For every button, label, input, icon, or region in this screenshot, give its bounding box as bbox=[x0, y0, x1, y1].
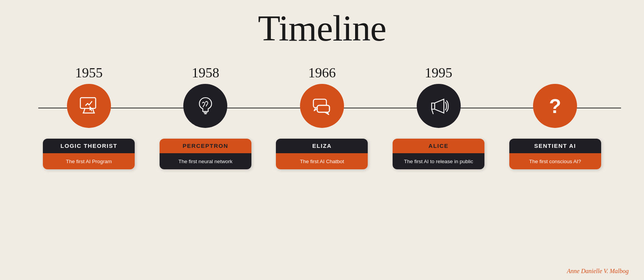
card-body-perceptron: The first neural network bbox=[160, 153, 251, 169]
card-desc-logic-theorist: The first AI Program bbox=[66, 159, 112, 164]
icon-perceptron bbox=[183, 84, 227, 128]
timeline-item-logic-theorist: 1955 LOGIC THEORIST The fi bbox=[39, 65, 139, 169]
icon-alice bbox=[417, 84, 461, 128]
card-perceptron: PERCEPTRON The first neural network bbox=[160, 139, 251, 169]
svg-line-1 bbox=[83, 108, 85, 113]
card-desc-eliza: The first AI Chatbot bbox=[300, 159, 344, 164]
card-desc-sentient-ai: The first conscious AI? bbox=[529, 159, 581, 164]
page-title: Timeline bbox=[0, 0, 644, 49]
computer-icon bbox=[77, 95, 100, 118]
card-logic-theorist: LOGIC THEORIST The first AI Program bbox=[43, 139, 135, 169]
svg-rect-10 bbox=[317, 105, 329, 112]
year-1995: 1995 bbox=[425, 65, 452, 81]
card-title-eliza: ELIZA bbox=[312, 142, 332, 149]
card-sentient-ai: SENTIENT AI The first conscious AI? bbox=[509, 139, 601, 169]
year-1955: 1955 bbox=[75, 65, 103, 81]
card-alice: ALICE The first AI to release in public bbox=[393, 139, 484, 169]
card-eliza: ELIZA The first AI Chatbot bbox=[276, 139, 368, 169]
card-header-eliza: ELIZA bbox=[276, 139, 368, 153]
icon-logic-theorist bbox=[67, 84, 111, 128]
icon-eliza bbox=[300, 84, 344, 128]
timeline-container: 1955 LOGIC THEORIST The fi bbox=[0, 65, 644, 226]
card-title-perceptron: PERCEPTRON bbox=[183, 142, 228, 149]
timeline-item-alice: 1995 ALICE The first AI to release in bbox=[389, 65, 488, 169]
timeline-item-eliza: 1966 ELIZA The first AI Chatbot bbox=[272, 65, 372, 169]
timeline-items: 1955 LOGIC THEORIST The fi bbox=[0, 65, 644, 169]
card-body-sentient-ai: The first conscious AI? bbox=[509, 153, 601, 169]
question-mark-icon: ? bbox=[549, 96, 561, 116]
card-desc-perceptron: The first neural network bbox=[178, 159, 232, 164]
timeline-item-sentient-ai: ???? ? SENTIENT AI The first conscious A… bbox=[505, 65, 605, 169]
svg-rect-0 bbox=[80, 98, 96, 108]
timeline-item-perceptron: 1958 PERCEPTRON The first bbox=[156, 65, 255, 169]
card-header-alice: ALICE bbox=[393, 139, 484, 153]
chat-icon bbox=[310, 95, 333, 118]
card-header-sentient-ai: SENTIENT AI bbox=[509, 139, 601, 153]
card-title-alice: ALICE bbox=[429, 142, 449, 149]
card-title-sentient-ai: SENTIENT AI bbox=[534, 142, 576, 149]
megaphone-icon bbox=[427, 95, 450, 118]
card-title-logic-theorist: LOGIC THEORIST bbox=[60, 142, 117, 149]
year-1958: 1958 bbox=[192, 65, 219, 81]
icon-sentient-ai: ? bbox=[533, 84, 577, 128]
card-header-logic-theorist: LOGIC THEORIST bbox=[43, 139, 135, 153]
year-1966: 1966 bbox=[308, 65, 336, 81]
card-header-perceptron: PERCEPTRON bbox=[160, 139, 251, 153]
svg-line-12 bbox=[432, 109, 433, 114]
card-body-logic-theorist: The first AI Program bbox=[43, 153, 135, 169]
card-body-alice: The first AI to release in public bbox=[393, 153, 484, 169]
card-desc-alice: The first AI to release in public bbox=[404, 159, 473, 164]
card-body-eliza: The first AI Chatbot bbox=[276, 153, 368, 169]
svg-marker-5 bbox=[90, 106, 93, 111]
author-credit: Anne Danielle V. Malbog bbox=[567, 268, 629, 275]
brain-lightbulb-icon bbox=[194, 95, 217, 118]
